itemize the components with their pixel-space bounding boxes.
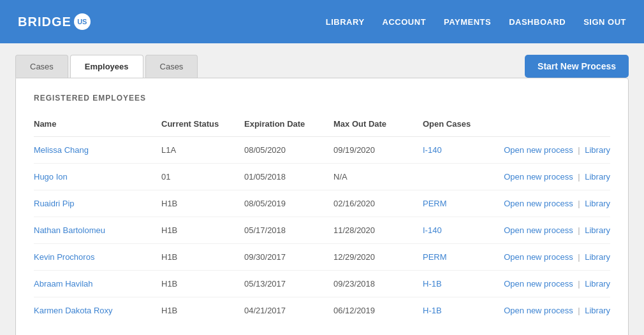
nav-item-payments[interactable]: PAYMENTS [444,17,491,27]
employee-status: H1B [161,297,244,324]
employees-table: NameCurrent StatusExpiration DateMax Out… [34,114,610,324]
col-header-name: Name [34,114,161,137]
tab-employees-1[interactable]: Employees [70,55,143,78]
pipe-separator: | [576,199,583,208]
start-new-process-button[interactable]: Start New Process [525,55,629,78]
max-out-date: 09/19/2020 [333,137,423,164]
open-cases[interactable]: I-140 [423,217,499,244]
pipe-separator: | [576,145,583,155]
tab-cases-0[interactable]: Cases [15,55,68,78]
tab-cases-2[interactable]: Cases [145,55,198,78]
employee-status: H1B [161,271,244,297]
table-row: Nathan BartolomeuH1B05/17/201811/28/2020… [34,217,610,244]
open-cases[interactable]: PERM [423,190,499,217]
employee-status: 01 [161,164,244,190]
table-row: Abraam HavilahH1B05/13/201709/23/2018H-1… [34,271,610,297]
open-case-link[interactable]: H-1B [423,279,442,289]
employee-name-link[interactable]: Abraam Havilah [34,279,93,289]
max-out-date: 02/16/2020 [333,190,423,217]
employee-status: L1A [161,137,244,164]
max-out-date: 06/12/2019 [333,297,423,324]
open-case-link[interactable]: PERM [423,252,447,262]
action-cell: Open new process | Library [499,217,610,244]
employee-status: H1B [161,217,244,244]
pipe-separator: | [576,306,583,315]
library-link[interactable]: Library [585,252,610,262]
open-case-link[interactable]: PERM [423,199,447,208]
library-link[interactable]: Library [585,306,610,315]
col-header-expiration-date: Expiration Date [244,114,333,137]
library-link[interactable]: Library [585,199,610,208]
action-cell: Open new process | Library [499,190,610,217]
nav-item-account[interactable]: ACCOUNT [383,17,427,27]
open-cases[interactable]: PERM [423,244,499,271]
nav-item-sign-out[interactable]: SIGN OUT [583,17,626,27]
employee-name-link[interactable]: Karmen Dakota Roxy [34,306,113,315]
expiration-date: 08/05/2020 [244,137,333,164]
open-case-link[interactable]: I-140 [423,225,442,235]
open-cases[interactable]: I-140 [423,137,499,164]
logo: BRIDGE US [18,13,91,30]
open-case-link[interactable]: H-1B [423,306,442,315]
open-new-process-link[interactable]: Open new process [504,145,573,155]
action-cell: Open new process | Library [499,244,610,271]
expiration-date: 09/30/2017 [244,244,333,271]
library-link[interactable]: Library [585,145,610,155]
table-row: Karmen Dakota RoxyH1B04/21/201706/12/201… [34,297,610,324]
table-row: Ruaidri PipH1B08/05/201902/16/2020PERMOp… [34,190,610,217]
employee-status: H1B [161,190,244,217]
pipe-separator: | [576,225,583,235]
library-link[interactable]: Library [585,225,610,235]
expiration-date: 08/05/2019 [244,190,333,217]
open-new-process-link[interactable]: Open new process [504,225,573,235]
expiration-date: 01/05/2018 [244,164,333,190]
col-header-current-status: Current Status [161,114,244,137]
open-new-process-link[interactable]: Open new process [504,279,573,289]
library-link[interactable]: Library [585,172,610,182]
logo-badge: US [74,13,91,30]
logo-text: BRIDGE [18,15,71,29]
max-out-date: 09/23/2018 [333,271,423,297]
table-row: Kevin ProchorosH1B09/30/201712/29/2020PE… [34,244,610,271]
section-title: REGISTERED EMPLOYEES [34,94,610,103]
table-header-row: NameCurrent StatusExpiration DateMax Out… [34,114,610,137]
action-cell: Open new process | Library [499,137,610,164]
col-header-max-out date: Max Out Date [333,114,423,137]
employee-name-link[interactable]: Ruaidri Pip [34,199,75,208]
library-link[interactable]: Library [585,279,610,289]
open-new-process-link[interactable]: Open new process [504,199,573,208]
main-content: CasesEmployeesCases Start New Process RE… [0,43,644,335]
nav-item-dashboard[interactable]: DASHBOARD [509,17,566,27]
table-row: Melissa ChangL1A08/05/202009/19/2020I-14… [34,137,610,164]
open-cases[interactable]: H-1B [423,297,499,324]
col-header- [499,114,610,137]
max-out-date: N/A [333,164,423,190]
pipe-separator: | [576,252,583,262]
open-new-process-link[interactable]: Open new process [504,306,573,315]
action-cell: Open new process | Library [499,297,610,324]
col-header-open-cases: Open Cases [423,114,499,137]
table-row: Hugo Ion0101/05/2018N/AOpen new process … [34,164,610,190]
nav: LIBRARYACCOUNTPAYMENTSDASHBOARDSIGN OUT [326,17,626,27]
tabs: CasesEmployeesCases [15,55,200,78]
max-out-date: 11/28/2020 [333,217,423,244]
expiration-date: 05/17/2018 [244,217,333,244]
employee-name-link[interactable]: Nathan Bartolomeu [34,225,105,235]
employee-name-link[interactable]: Kevin Prochoros [34,252,94,262]
nav-item-library[interactable]: LIBRARY [326,17,365,27]
employee-name-link[interactable]: Melissa Chang [34,145,89,155]
open-new-process-link[interactable]: Open new process [504,252,573,262]
pipe-separator: | [576,172,583,182]
tabs-bar: CasesEmployeesCases Start New Process [15,55,629,78]
expiration-date: 05/13/2017 [244,271,333,297]
open-case-link[interactable]: I-140 [423,145,442,155]
employee-name-link[interactable]: Hugo Ion [34,172,68,182]
open-new-process-link[interactable]: Open new process [504,172,573,182]
max-out-date: 12/29/2020 [333,244,423,271]
header: BRIDGE US LIBRARYACCOUNTPAYMENTSDASHBOAR… [0,0,644,43]
pipe-separator: | [576,279,583,289]
open-cases[interactable]: H-1B [423,271,499,297]
open-cases [423,164,499,190]
expiration-date: 04/21/2017 [244,297,333,324]
employee-status: H1B [161,244,244,271]
